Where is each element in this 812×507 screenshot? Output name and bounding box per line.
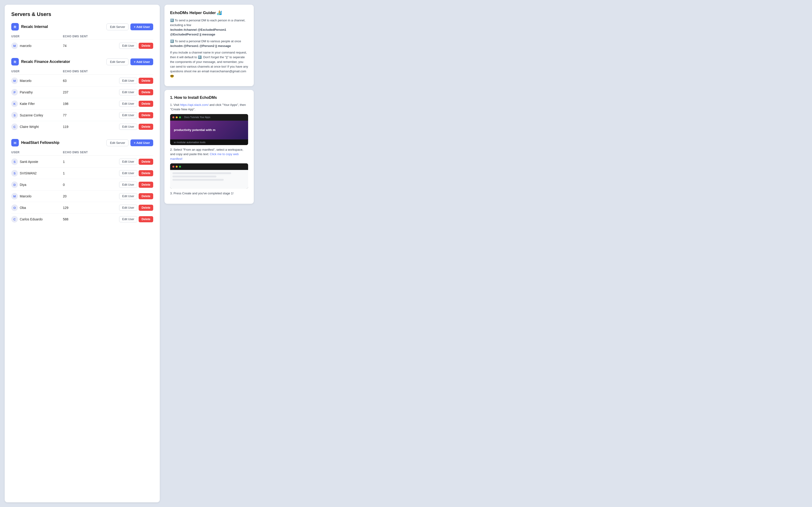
delete-user-button[interactable]: Delete — [139, 124, 153, 130]
user-actions: Edit UserDelete — [101, 124, 153, 130]
edit-user-button[interactable]: Edit User — [119, 89, 137, 95]
edit-user-button[interactable]: Edit User — [119, 43, 137, 49]
server-header-recalc-finance: RRecalc Finance AcceleratorEdit Server+ … — [11, 58, 153, 65]
table-row: SSVISWAN21Edit UserDelete — [11, 168, 153, 179]
user-table-header: UserEcho DMs Sent — [11, 68, 153, 75]
col-header-user: User — [11, 35, 63, 38]
server-header-left: RRecalc Finance Accelerator — [11, 58, 70, 65]
avatar: D — [11, 181, 18, 188]
user-name: Diya — [20, 183, 26, 186]
delete-user-button[interactable]: Delete — [139, 89, 153, 95]
user-table-header: UserEcho DMs Sent — [11, 33, 153, 40]
server-name: Recalc Internal — [21, 25, 48, 29]
table-row: MMarcelo20Edit UserDelete — [11, 190, 153, 202]
user-info: SSanti Aposte — [11, 158, 63, 165]
server-avatar: H — [11, 139, 19, 147]
install-card: 1. How to Install EchoDMs 1. Visit https… — [164, 90, 254, 204]
edit-user-button[interactable]: Edit User — [119, 182, 137, 188]
screenshot1-text: productivity potential with m — [174, 128, 215, 132]
delete-user-button[interactable]: Delete — [139, 170, 153, 176]
user-rows: Mmarcelo74Edit UserDelete — [11, 40, 153, 51]
delete-user-button[interactable]: Delete — [139, 43, 153, 49]
user-name: marcelo — [20, 44, 32, 48]
table-row: SSanti Aposte1Edit UserDelete — [11, 156, 153, 168]
edit-user-button[interactable]: Edit User — [119, 216, 137, 222]
add-user-button[interactable]: + Add User — [131, 139, 153, 146]
helper-tip1: 1️⃣ To send a personal DM to each person… — [170, 18, 248, 37]
delete-user-button[interactable]: Delete — [139, 205, 153, 211]
edit-user-button[interactable]: Edit User — [119, 101, 137, 107]
avatar: O — [11, 205, 18, 211]
user-name: Suzanne Corley — [20, 113, 43, 117]
servers-container: RRecalc InternalEdit Server+ Add UserUse… — [11, 23, 153, 225]
user-rows: MMarcelo63Edit UserDeletePParvathy237Edi… — [11, 75, 153, 132]
server-actions: Edit Server+ Add User — [106, 23, 153, 30]
user-dms-count: 588 — [63, 217, 102, 221]
edit-user-button[interactable]: Edit User — [119, 205, 137, 211]
user-actions: Edit UserDelete — [101, 170, 153, 176]
edit-user-button[interactable]: Edit User — [119, 193, 137, 199]
user-table-header: UserEcho DMs Sent — [11, 149, 153, 156]
server-name: HeadStart Fellowship — [21, 140, 59, 145]
table-row: SSuzanne Corley77Edit UserDelete — [11, 110, 153, 121]
delete-user-button[interactable]: Delete — [139, 112, 153, 118]
left-panel: Servers & Users RRecalc InternalEdit Ser… — [5, 5, 160, 502]
user-dms-count: 0 — [63, 183, 102, 186]
user-actions: Edit UserDelete — [101, 159, 153, 165]
user-info: SSVISWAN2 — [11, 170, 63, 176]
user-actions: Edit UserDelete — [101, 112, 153, 118]
edit-server-button[interactable]: Edit Server — [106, 139, 129, 146]
screenshot-1: Docs Tutorials Your Apps productivity po… — [170, 114, 248, 145]
user-dms-count: 1 — [63, 171, 102, 175]
delete-user-button[interactable]: Delete — [139, 216, 153, 222]
server-actions: Edit Server+ Add User — [106, 58, 153, 65]
user-name: Santi Aposte — [20, 160, 38, 164]
server-avatar: R — [11, 58, 19, 65]
user-info: Mmarcelo — [11, 43, 63, 49]
delete-user-button[interactable]: Delete — [139, 182, 153, 188]
user-name: Marcelo — [20, 79, 32, 82]
user-info: MMarcelo — [11, 193, 63, 200]
edit-server-button[interactable]: Edit Server — [106, 23, 129, 30]
avatar: C — [11, 216, 18, 223]
avatar: K — [11, 101, 18, 107]
helper-tip2: 2️⃣ To send a personal DM to various peo… — [170, 39, 248, 48]
add-user-button[interactable]: + Add User — [131, 58, 153, 65]
install-step3: 3. Press Create and you've completed sta… — [170, 191, 248, 196]
right-panel: EchoDMs Helper Guider 🏄 1️⃣ To send a pe… — [164, 5, 254, 502]
user-info: CCarlos Eduardo — [11, 216, 63, 223]
avatar: M — [11, 77, 18, 84]
user-info: OOba — [11, 205, 63, 211]
user-actions: Edit UserDelete — [101, 78, 153, 84]
page-title: Servers & Users — [11, 11, 153, 17]
edit-server-button[interactable]: Edit Server — [106, 58, 129, 65]
col-header-dms: Echo DMs Sent — [63, 151, 102, 154]
edit-user-button[interactable]: Edit User — [119, 170, 137, 176]
user-actions: Edit UserDelete — [101, 43, 153, 49]
add-user-button[interactable]: + Add User — [131, 23, 153, 30]
delete-user-button[interactable]: Delete — [139, 193, 153, 199]
avatar: S — [11, 170, 18, 176]
user-actions: Edit UserDelete — [101, 193, 153, 199]
delete-user-button[interactable]: Delete — [139, 78, 153, 84]
server-name: Recalc Finance Accelerator — [21, 60, 70, 64]
user-name: Carlos Eduardo — [20, 217, 43, 221]
edit-user-button[interactable]: Edit User — [119, 159, 137, 165]
slack-link[interactable]: https://api.slack.com/ — [180, 103, 208, 107]
user-name: SVISWAN2 — [20, 171, 37, 175]
edit-user-button[interactable]: Edit User — [119, 112, 137, 118]
avatar: M — [11, 43, 18, 49]
col-header-actions — [101, 35, 153, 38]
server-block-headstart-fellowship: HHeadStart FellowshipEdit Server+ Add Us… — [11, 139, 153, 225]
user-name: Oba — [20, 206, 26, 210]
user-info: SSuzanne Corley — [11, 112, 63, 119]
helper-card: EchoDMs Helper Guider 🏄 1️⃣ To send a pe… — [164, 5, 254, 86]
edit-user-button[interactable]: Edit User — [119, 78, 137, 84]
delete-user-button[interactable]: Delete — [139, 101, 153, 107]
helper-tip3: If you include a channel name in your co… — [170, 50, 248, 78]
screenshot-2 — [170, 163, 248, 189]
delete-user-button[interactable]: Delete — [139, 159, 153, 165]
avatar: S — [11, 112, 18, 119]
user-name: Claire Wright — [20, 125, 39, 129]
edit-user-button[interactable]: Edit User — [119, 124, 137, 130]
